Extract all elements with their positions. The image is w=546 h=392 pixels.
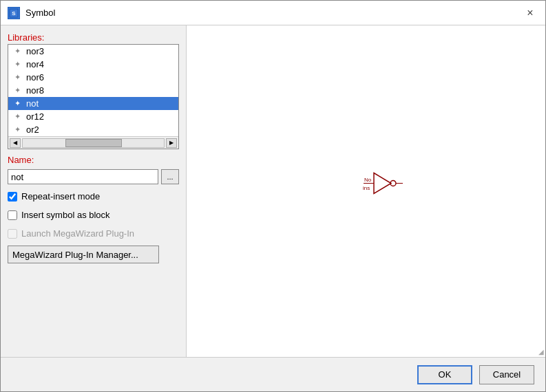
dialog-body: Libraries: ✦ nor3 ✦ nor4 ✦ nor6	[1, 25, 545, 357]
libraries-list-container: ✦ nor3 ✦ nor4 ✦ nor6 ✦ n	[8, 44, 179, 149]
name-label: Name:	[8, 155, 179, 165]
scroll-right-arrow[interactable]: ▶	[166, 138, 177, 148]
preview-symbol: No ins	[360, 166, 408, 203]
left-panel: Libraries: ✦ nor3 ✦ nor4 ✦ nor6	[1, 25, 187, 357]
list-item-label: or2	[26, 124, 39, 135]
insert-as-block-checkbox[interactable]	[8, 210, 17, 220]
list-item-label: nor6	[26, 72, 44, 83]
scroll-track[interactable]	[22, 138, 165, 148]
repeat-insert-checkbox[interactable]	[8, 192, 17, 202]
item-icon: ✦	[12, 60, 22, 69]
list-item-label: nor8	[26, 85, 44, 96]
list-item-label: or12	[26, 111, 44, 122]
scroll-thumb[interactable]	[65, 139, 122, 147]
name-input[interactable]	[8, 169, 158, 184]
libraries-label: Libraries:	[8, 32, 179, 43]
svg-text:No: No	[364, 177, 372, 183]
launch-megawizard-row: Launch MegaWizard Plug-In	[8, 227, 179, 240]
item-icon: ✦	[12, 47, 22, 56]
item-icon: ✦	[12, 73, 22, 82]
not-gate-svg: No ins	[360, 166, 408, 201]
item-icon: ✦	[12, 125, 22, 134]
repeat-insert-row: Repeat-insert mode	[8, 190, 179, 203]
preview-panel: No ins ◢	[187, 25, 545, 357]
insert-as-block-row: Insert symbol as block	[8, 208, 179, 221]
svg-marker-3	[374, 173, 391, 194]
list-item[interactable]: ✦ nor6	[8, 71, 178, 84]
libraries-section: Libraries: ✦ nor3 ✦ nor4 ✦ nor6	[8, 32, 179, 149]
list-item-label: nor3	[26, 46, 44, 56]
list-item[interactable]: ✦ nor4	[8, 58, 178, 71]
list-item[interactable]: ✦ or2	[8, 123, 178, 136]
cancel-button[interactable]: Cancel	[479, 365, 534, 384]
dialog-title: Symbol	[25, 8, 55, 18]
bottom-bar: OK Cancel	[1, 357, 545, 391]
browse-button[interactable]: ...	[161, 169, 179, 184]
list-item[interactable]: ✦ nor3	[8, 45, 178, 58]
list-item[interactable]: ✦ or12	[8, 110, 178, 123]
repeat-insert-label: Repeat-insert mode	[21, 191, 100, 202]
launch-megawizard-label: Launch MegaWizard Plug-In	[21, 228, 134, 239]
item-icon: ✦	[12, 112, 22, 121]
title-bar-left: S Symbol	[8, 7, 55, 19]
list-item-label: not	[26, 98, 39, 109]
corner-indicator: ◢	[538, 348, 544, 356]
megawizard-button[interactable]: MegaWizard Plug-In Manager...	[8, 246, 159, 263]
name-section: Name: ...	[8, 155, 179, 184]
launch-megawizard-checkbox[interactable]	[8, 229, 17, 239]
insert-as-block-label: Insert symbol as block	[21, 210, 110, 220]
horizontal-scrollbar[interactable]: ◀ ▶	[8, 136, 178, 149]
name-row: ...	[8, 169, 179, 184]
svg-text:S: S	[12, 10, 16, 17]
list-item-not[interactable]: ✦ not	[8, 97, 178, 110]
scroll-left-arrow[interactable]: ◀	[10, 138, 21, 148]
ok-button[interactable]: OK	[417, 365, 472, 384]
close-button[interactable]: ×	[522, 5, 538, 21]
libraries-list[interactable]: ✦ nor3 ✦ nor4 ✦ nor6 ✦ n	[8, 45, 178, 136]
symbol-dialog: S Symbol × Libraries: ✦ nor3	[0, 0, 546, 392]
title-bar: S Symbol ×	[1, 1, 545, 25]
svg-text:ins: ins	[363, 185, 370, 191]
item-icon: ✦	[12, 99, 22, 108]
dialog-icon: S	[8, 7, 20, 19]
list-item[interactable]: ✦ nor8	[8, 84, 178, 97]
list-item-label: nor4	[26, 59, 44, 69]
item-icon: ✦	[12, 86, 22, 95]
